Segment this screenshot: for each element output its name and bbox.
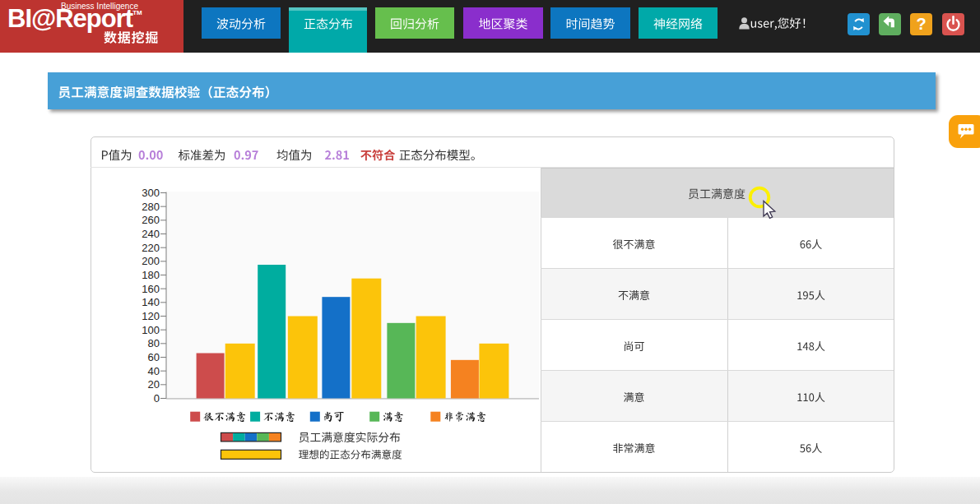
svg-text:180: 180 [142,269,160,281]
svg-text:140: 140 [142,296,160,308]
svg-text:0: 0 [154,392,160,405]
svg-text:300: 300 [142,187,160,199]
svg-text:220: 220 [142,242,160,254]
svg-text:120: 120 [142,310,160,322]
svg-text:280: 280 [142,201,160,213]
svg-text:100: 100 [142,324,160,336]
svg-text:160: 160 [142,283,160,295]
svg-text:20: 20 [148,378,160,391]
svg-text:60: 60 [148,351,160,363]
svg-text:240: 240 [142,228,160,240]
svg-text:80: 80 [148,337,160,349]
svg-text:40: 40 [148,365,160,377]
svg-text:260: 260 [142,214,160,226]
svg-text:200: 200 [142,255,160,267]
